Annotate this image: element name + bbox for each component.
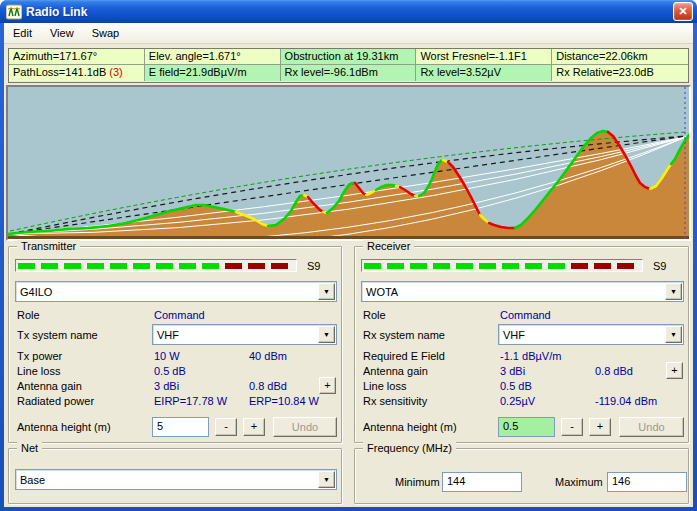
tx-height-minus-button[interactable]: - [215,418,237,436]
frequency-max-input[interactable]: 146 [607,472,687,492]
rx-height-plus-button[interactable]: + [589,418,611,436]
tx-height-input[interactable]: 5 [152,417,209,437]
meter-segment-green [456,263,473,269]
status-cell: Azimuth=171.67° [9,49,145,65]
rx-system-combo[interactable]: VHF ▼ [498,324,684,345]
frequency-panel: Frequency (MHz) Minimum 144 Maximum 146 [354,448,689,504]
link-status-grid: Azimuth=171.67°Elev. angle=1.671°Obstruc… [8,48,689,83]
meter-segment-green [387,263,404,269]
meter-segment-red [225,263,242,269]
rx-unit-combo[interactable]: WOTA ▼ [361,281,684,302]
rx-undo-button[interactable]: Undo [619,417,684,437]
tx-lineloss-value: 0.5 dB [154,365,186,377]
chevron-down-icon[interactable]: ▼ [318,326,335,343]
tx-system-combo[interactable]: VHF ▼ [152,324,337,345]
tx-power-watts: 10 W [154,350,180,362]
tx-gain-dbi: 3 dBi [154,380,179,392]
rx-sensitivity-dbm: -119.04 dBm [595,395,657,407]
rx-gain-dbd: 0.8 dBd [595,365,633,377]
transmitter-panel: Transmitter S9 G4ILO ▼ Role Command Tx s… [8,246,342,443]
menu-item-edit[interactable]: Edit [4,24,41,42]
frequency-min-input[interactable]: 144 [442,472,522,492]
status-cell: E field=21.9dBµV/m [145,65,281,81]
meter-segment-red [271,263,288,269]
frequency-max-label: Maximum [555,476,603,488]
menu-item-view[interactable]: View [41,24,83,42]
status-cell: Rx Relative=23.0dB [552,65,688,81]
tx-erp-value: ERP=10.84 W [249,395,319,407]
terrain-profile-chart [8,87,689,239]
chevron-down-icon[interactable]: ▼ [318,283,335,300]
status-cell: PathLoss=141.1dB (3) [9,65,145,81]
meter-segment-green [479,263,496,269]
app-icon [6,4,22,20]
meter-segment-red [571,263,588,269]
rx-lineloss-label: Line loss [363,380,406,392]
meter-segment-green [364,263,381,269]
tx-smeter-label: S9 [307,260,320,272]
net-panel: Net Base ▼ [8,448,342,504]
meter-segment-green [502,263,519,269]
rx-height-label: Antenna height (m) [363,421,457,433]
meter-segment-green [110,263,127,269]
rx-unit-name: WOTA [362,286,665,298]
meter-segment-green [179,263,196,269]
frequency-min-label: Minimum [395,476,440,488]
transmitter-caption: Transmitter [17,240,80,252]
rx-signal-meter [361,259,643,272]
meter-segment-green [525,263,542,269]
net-caption: Net [17,442,42,454]
rx-efield-label: Required E Field [363,350,445,362]
tx-gain-plus-button[interactable]: + [319,377,336,394]
rx-height-input[interactable]: 0.5 [498,417,555,437]
frequency-caption: Frequency (MHz) [363,442,456,454]
status-cell: Distance=22.06km [552,49,688,65]
meter-segment-green [202,263,219,269]
chevron-down-icon[interactable]: ▼ [665,326,682,343]
tx-system-label: Tx system name [17,329,98,341]
rx-role-value: Command [500,309,551,321]
receiver-panel: Receiver S9 WOTA ▼ Role Command Rx syste… [354,246,689,443]
tx-height-label: Antenna height (m) [17,421,111,433]
meter-segment-red [248,263,265,269]
tx-radiated-label: Radiated power [17,395,94,407]
tx-eirp-value: EIRP=17.78 W [154,395,227,407]
meter-segment-green [548,263,565,269]
menu-item-swap[interactable]: Swap [83,24,129,42]
tx-height-plus-button[interactable]: + [243,418,265,436]
rx-height-minus-button[interactable]: - [561,418,583,436]
rx-smeter-label: S9 [653,260,666,272]
rx-lineloss-value: 0.5 dB [500,380,532,392]
net-combo[interactable]: Base ▼ [15,469,337,490]
rx-gain-plus-button[interactable]: + [666,362,683,379]
rx-gain-label: Antenna gain [363,365,428,377]
chevron-down-icon[interactable]: ▼ [665,283,682,300]
tx-gain-dbd: 0.8 dBd [249,380,287,392]
tx-role-label: Role [17,309,40,321]
status-cell: Obstruction at 19.31km [281,49,417,65]
status-cell: Elev. angle=1.671° [145,49,281,65]
terrain-baseline [8,236,689,239]
menubar: EditViewSwap [4,23,693,44]
chevron-down-icon[interactable]: ▼ [318,471,335,488]
meter-segment-green [41,263,58,269]
rx-system-label: Rx system name [363,329,445,341]
status-cell: Worst Fresnel=-1.1F1 [416,49,552,65]
close-button[interactable]: ✕ [673,2,693,21]
rx-efield-value: -1.1 dBµV/m [500,350,561,362]
tx-unit-combo[interactable]: G4ILO ▼ [15,281,337,302]
rx-gain-dbi: 3 dBi [500,365,525,377]
tx-role-value: Command [154,309,205,321]
meter-segment-green [156,263,173,269]
rx-system-value: VHF [499,329,665,341]
meter-segment-green [433,263,450,269]
meter-segment-green [64,263,81,269]
status-cell: Rx level=-96.1dBm [281,65,417,81]
tx-unit-name: G4ILO [16,286,318,298]
tx-signal-meter [15,259,297,272]
tx-undo-button[interactable]: Undo [273,417,337,437]
profile-chart-panel [6,85,691,241]
meter-segment-green [87,263,104,269]
tx-lineloss-label: Line loss [17,365,60,377]
tx-power-dbm: 40 dBm [249,350,287,362]
